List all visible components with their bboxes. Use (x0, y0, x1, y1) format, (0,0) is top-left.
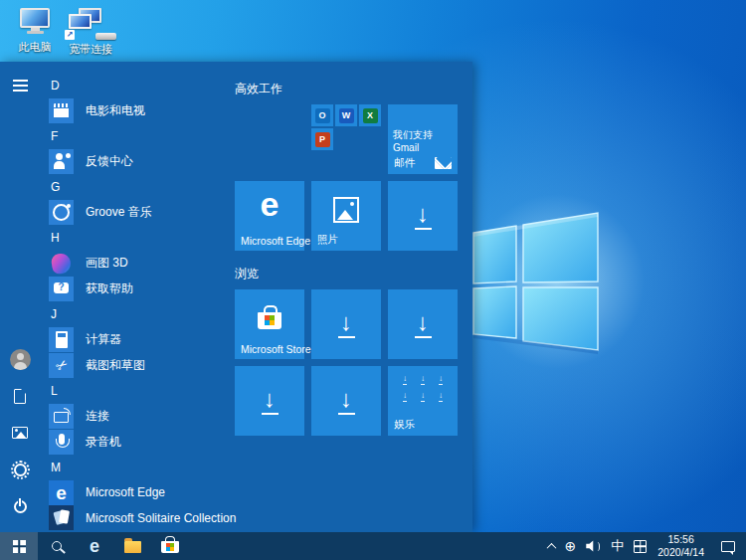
tile-pending-download-4[interactable]: ↓ (235, 366, 304, 436)
download-arrow-icon: ↓ (311, 289, 381, 359)
mini-download-icon: ↓ (421, 392, 425, 402)
action-center-button[interactable] (710, 532, 746, 560)
tile-mail[interactable]: 我们支持 Gmail 邮件 (388, 104, 458, 174)
settings-button[interactable] (0, 458, 40, 481)
desktop-icon-this-pc[interactable]: 此电脑 (6, 8, 64, 55)
tile-label: 娱乐 (394, 418, 415, 432)
snip-sketch-icon (49, 353, 74, 378)
tile-pending-download-5[interactable]: ↓ (311, 366, 381, 436)
tiles-panel: 高效工作 O W X P 我们支持 Gmail 邮件 e Microsoft E… (235, 78, 460, 436)
account-button[interactable] (0, 347, 40, 371)
pictures-button[interactable] (0, 421, 40, 445)
solitaire-icon (49, 505, 74, 530)
taskbar: e ⊕ 中 15:56 2020/4/14 (0, 532, 746, 560)
app-item-snip-sketch[interactable]: 截图和草图 (44, 353, 231, 379)
app-item-movies-tv[interactable]: 电影和电视 (44, 98, 231, 124)
edge-icon: e (90, 537, 99, 555)
voice-recorder-icon (49, 430, 74, 455)
app-label: Groove 音乐 (86, 204, 152, 221)
power-button[interactable] (0, 494, 40, 518)
desktop-icon-broadband[interactable]: 宽带连接 (62, 8, 119, 57)
network-button[interactable]: ⊕ (560, 532, 582, 560)
front-computer-shape (69, 14, 92, 29)
store-bag-icon (258, 312, 281, 329)
tile-pending-download-1[interactable]: ↓ (388, 181, 458, 251)
app-item-calculator[interactable]: 计算器 (44, 327, 231, 353)
feedback-hub-icon (49, 149, 74, 174)
taskbar-edge-button[interactable]: e (76, 532, 113, 560)
documents-button[interactable] (0, 384, 40, 408)
tile-pending-download-2[interactable]: ↓ (311, 289, 381, 359)
mini-download-grid-icon: ↓ ↓ ↓ ↓ ↓ ↓ (396, 375, 450, 402)
app-group-letter-l[interactable]: L (44, 378, 231, 404)
document-icon (14, 389, 26, 404)
app-item-voice-recorder[interactable]: 录音机 (44, 429, 231, 455)
store-button[interactable] (151, 532, 189, 560)
app-item-get-help[interactable]: 获取帮助 (44, 277, 231, 302)
app-label: Microsoft Edge (86, 485, 165, 499)
tile-outlook[interactable]: O (311, 104, 333, 126)
ime-language-button[interactable]: 中 (606, 532, 629, 560)
app-item-connect[interactable]: 连接 (44, 404, 231, 430)
tile-group-header-productivity[interactable]: 高效工作 (235, 78, 458, 97)
office-small-tile-group: O W X P (311, 104, 381, 174)
empty-tile-slot (235, 104, 304, 174)
app-item-groove-music[interactable]: Groove 音乐 (44, 200, 231, 226)
tile-excel[interactable]: X (359, 104, 381, 126)
app-group-letter-m[interactable]: M (44, 455, 231, 480)
ime-keyboard-button[interactable] (629, 532, 652, 560)
groove-music-icon (49, 200, 74, 225)
windows-squares-icon (166, 543, 174, 551)
tile-microsoft-store[interactable]: Microsoft Store (235, 289, 304, 359)
broadband-icon (62, 8, 119, 40)
search-icon (52, 541, 62, 551)
app-label: Microsoft Solitaire Collection (86, 511, 236, 525)
time-label: 15:56 (668, 533, 694, 546)
show-hidden-icons-button[interactable] (543, 532, 560, 560)
app-label: 录音机 (86, 434, 121, 451)
speaker-icon (586, 540, 601, 552)
tile-entertainment-folder[interactable]: ↓ ↓ ↓ ↓ ↓ ↓ 娱乐 (388, 366, 458, 436)
tile-powerpoint[interactable]: P (311, 128, 333, 150)
arrow-glyph: ↓ (340, 310, 352, 334)
app-list: D 电影和电视 F 反馈中心 G Groove 音乐 H 画图 3D 获取帮助 … (44, 73, 231, 531)
mini-download-icon: ↓ (439, 392, 443, 402)
app-label: 画图 3D (86, 255, 128, 272)
mini-download-icon: ↓ (403, 392, 407, 402)
tile-photos[interactable]: 照片 (311, 181, 381, 251)
tile-word[interactable]: W (335, 104, 357, 126)
download-arrow-icon: ↓ (388, 289, 458, 359)
tile-group-header-browse[interactable]: 浏览 (235, 263, 458, 282)
app-item-feedback-hub[interactable]: 反馈中心 (44, 149, 231, 175)
chevron-up-icon (546, 542, 556, 552)
app-item-solitaire[interactable]: Microsoft Solitaire Collection (44, 505, 231, 531)
start-button[interactable] (0, 532, 38, 560)
calculator-icon (49, 327, 74, 352)
mail-tile-message: 我们支持 Gmail (393, 128, 454, 154)
mini-download-icon: ↓ (403, 375, 407, 385)
app-item-microsoft-edge[interactable]: Microsoft Edge (44, 480, 231, 506)
download-arrow-icon: ↓ (235, 366, 304, 436)
get-help-icon (49, 277, 74, 301)
arrow-underline (415, 336, 432, 339)
app-group-letter-d[interactable]: D (44, 73, 231, 98)
mini-download-icon: ↓ (439, 375, 443, 385)
app-item-paint-3d[interactable]: 画图 3D (44, 251, 231, 277)
file-explorer-button[interactable] (113, 532, 151, 560)
clock[interactable]: 15:56 2020/4/14 (652, 532, 710, 560)
tile-microsoft-edge[interactable]: e Microsoft Edge (235, 181, 304, 251)
gear-icon (14, 464, 27, 476)
tile-label: 邮件 (394, 156, 415, 170)
volume-button[interactable] (581, 532, 606, 560)
arrow-underline (262, 413, 279, 416)
app-label: 截图和草图 (86, 357, 145, 374)
app-group-letter-f[interactable]: F (44, 123, 231, 149)
date-label: 2020/4/14 (657, 546, 704, 559)
tile-pending-download-3[interactable]: ↓ (388, 289, 458, 359)
search-button[interactable] (38, 532, 76, 560)
app-label: 获取帮助 (86, 280, 133, 297)
app-group-letter-g[interactable]: G (44, 174, 231, 200)
expand-menu-button[interactable] (0, 74, 40, 97)
app-group-letter-h[interactable]: H (44, 226, 231, 252)
app-group-letter-j[interactable]: J (44, 301, 231, 327)
